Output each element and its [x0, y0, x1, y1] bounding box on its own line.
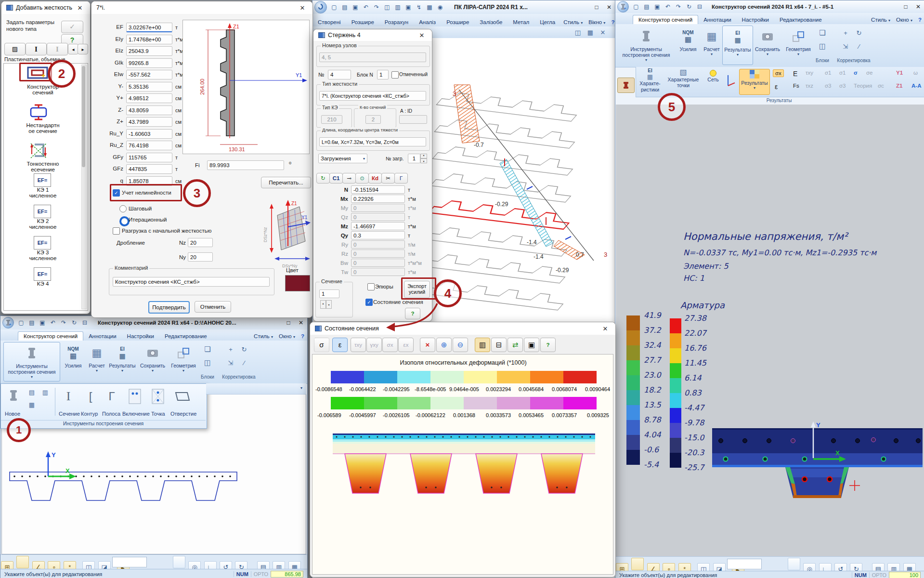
load-num-spinner[interactable]: ▾▾: [420, 154, 427, 163]
run-icon[interactable]: ↯: [414, 3, 424, 12]
menu-steel[interactable]: Метал: [508, 18, 534, 26]
force-qz-field[interactable]: 0: [351, 213, 405, 221]
list-item-label[interactable]: КЭ 2численное: [4, 218, 82, 230]
marked-checkbox[interactable]: [391, 71, 399, 79]
sigma-3t-button[interactable]: σ3: [837, 82, 848, 89]
menu-style[interactable]: Стиль ▾: [251, 332, 276, 341]
menu-window[interactable]: Вікно ▾: [586, 18, 608, 26]
eiy-field[interactable]: 1.74768e+00: [126, 35, 172, 44]
paste-dxf-icon[interactable]: ▥: [39, 387, 51, 397]
orto-indicator[interactable]: ОРТО: [869, 572, 889, 578]
list-item-label[interactable]: КЭ 3численное: [4, 250, 82, 261]
book-icon[interactable]: ▥: [393, 3, 403, 12]
section-ruler-button[interactable]: ⊟: [491, 338, 507, 352]
tool-section-icon[interactable]: I: [60, 387, 77, 406]
corr-mirror-icon[interactable]: ∕: [853, 40, 865, 52]
force-qy-field[interactable]: 0.3: [351, 231, 405, 239]
line-snap-icon[interactable]: [16, 556, 29, 568]
menu-concrete[interactable]: Залізобе: [474, 18, 508, 26]
blocks-copy-icon[interactable]: ❏: [202, 343, 213, 355]
force-mz-field[interactable]: -1.46697: [351, 222, 405, 230]
tab-annotations[interactable]: Аннотации: [698, 15, 736, 24]
save-file-icon[interactable]: ▣: [652, 2, 662, 11]
tab-steel[interactable]: I: [26, 43, 47, 55]
close-button[interactable]: ✕: [295, 318, 307, 328]
fe-numeric-icon[interactable]: EF=: [34, 173, 51, 187]
diagram-icon[interactable]: ▦: [425, 3, 434, 12]
corr-move-icon[interactable]: +: [225, 343, 236, 355]
menu-style[interactable]: Стиль ▾: [868, 15, 893, 24]
section-aa-button[interactable]: A-A: [910, 82, 923, 89]
eiz-field[interactable]: 25043.9: [126, 46, 172, 56]
forces-nqm-button[interactable]: NQM▦ Усилия: [60, 342, 86, 381]
help-button[interactable]: ?: [540, 338, 556, 352]
tool-point-icon[interactable]: [148, 387, 168, 406]
blocks-paste-icon[interactable]: ◫: [817, 40, 828, 52]
redo-icon[interactable]: ↷: [372, 3, 381, 12]
tab-section-designer[interactable]: Конструктор сечений: [633, 15, 698, 24]
calc-button[interactable]: ▦ Расчет▾: [87, 342, 106, 381]
geometry-button[interactable]: Геометрия▾: [783, 26, 814, 64]
omega-button[interactable]: ω: [911, 69, 920, 76]
thinwall-section-icon[interactable]: [28, 142, 49, 160]
save-picture-button[interactable]: Сохранить▾: [753, 26, 782, 64]
force-my-field[interactable]: 0: [351, 204, 405, 212]
mdi-close-icon[interactable]: ✕: [598, 27, 608, 37]
corr-scale-icon[interactable]: ⇲: [225, 357, 236, 368]
gik-field[interactable]: 99265.8: [126, 58, 172, 68]
section-number-field[interactable]: 1: [319, 289, 339, 298]
corr-rotate-icon[interactable]: ↻: [853, 27, 865, 39]
scrollbar-thumb[interactable]: [82, 66, 85, 167]
ny-field[interactable]: 20: [188, 252, 213, 262]
menu-create[interactable]: Створені: [312, 18, 346, 26]
forces-nqm-button[interactable]: NQM▦ Усилия: [675, 26, 701, 64]
open-file-icon[interactable]: ▤: [27, 318, 37, 327]
orto-indicator[interactable]: ОРТО: [251, 571, 271, 577]
mdi-restore-icon[interactable]: ◫: [573, 27, 583, 37]
section-panel-tab[interactable]: [617, 78, 635, 93]
tab-plates[interactable]: ▨: [4, 43, 26, 55]
refresh-icon[interactable]: ↻: [684, 2, 694, 11]
sigma-x-button[interactable]: σx: [382, 338, 398, 352]
line-snap-icon[interactable]: [631, 558, 644, 570]
new-file-icon[interactable]: ▢: [631, 2, 641, 11]
menu-analysis[interactable]: Аналіз: [414, 18, 441, 26]
tau-xz-button[interactable]: τxz: [804, 82, 815, 89]
menu-style[interactable]: Стиль ▾: [560, 18, 586, 26]
fe-numeric-icon[interactable]: EF=: [34, 236, 51, 250]
epsilon-button[interactable]: ε: [332, 338, 348, 352]
gamma-xy-button[interactable]: γxy: [366, 338, 382, 352]
tab-annotations[interactable]: Аннотации: [83, 332, 121, 341]
line-tool-icon[interactable]: [788, 558, 800, 570]
tools-build-button[interactable]: Инструменты построения сечения▾: [618, 26, 674, 64]
z-plus-field[interactable]: 43.7989: [126, 117, 172, 127]
list-item-label[interactable]: Нестандартное сечение: [4, 122, 82, 134]
iterative-radio[interactable]: [119, 216, 130, 226]
gfy-field[interactable]: 115765: [126, 153, 172, 162]
nodes-field[interactable]: 4, 5: [319, 53, 426, 62]
nonstandard-section-icon[interactable]: [28, 104, 49, 120]
fe-type-field[interactable]: 210: [321, 115, 342, 124]
char-points-button[interactable]: ▧ Характерные точки: [664, 68, 703, 95]
coordinate-value[interactable]: 865.98: [271, 571, 303, 578]
pack-icon[interactable]: ◫: [382, 3, 392, 12]
tools-build-button[interactable]: Инструменты построения сечения▾: [3, 342, 60, 381]
color-swatch[interactable]: [285, 275, 310, 291]
eiw-field[interactable]: -557.562: [126, 70, 172, 79]
export-state-button[interactable]: ⇄: [508, 338, 523, 352]
reread-button[interactable]: Перечитать...: [261, 177, 311, 188]
menu-help[interactable]: ?: [298, 332, 307, 341]
corr-scale-icon[interactable]: ⇲: [840, 40, 851, 52]
tool-hole-icon[interactable]: [171, 387, 193, 406]
menu-window[interactable]: Окно ▾: [893, 15, 915, 24]
ef-field[interactable]: 3.02267e+00: [126, 23, 172, 32]
menu-extended2[interactable]: Розшире: [441, 18, 474, 26]
force-n-field[interactable]: -0.151594: [351, 185, 405, 194]
close-icon[interactable]: ✕: [75, 4, 85, 12]
results-button[interactable]: EI▦ Результаты▾: [722, 26, 753, 65]
close-icon[interactable]: ✕: [600, 325, 611, 332]
close-icon[interactable]: ✕: [416, 32, 427, 39]
fe-numeric-icon[interactable]: EF=: [34, 205, 51, 218]
blocks-copy-icon[interactable]: ❏: [817, 27, 828, 39]
minitab-c1[interactable]: C1: [329, 173, 343, 184]
